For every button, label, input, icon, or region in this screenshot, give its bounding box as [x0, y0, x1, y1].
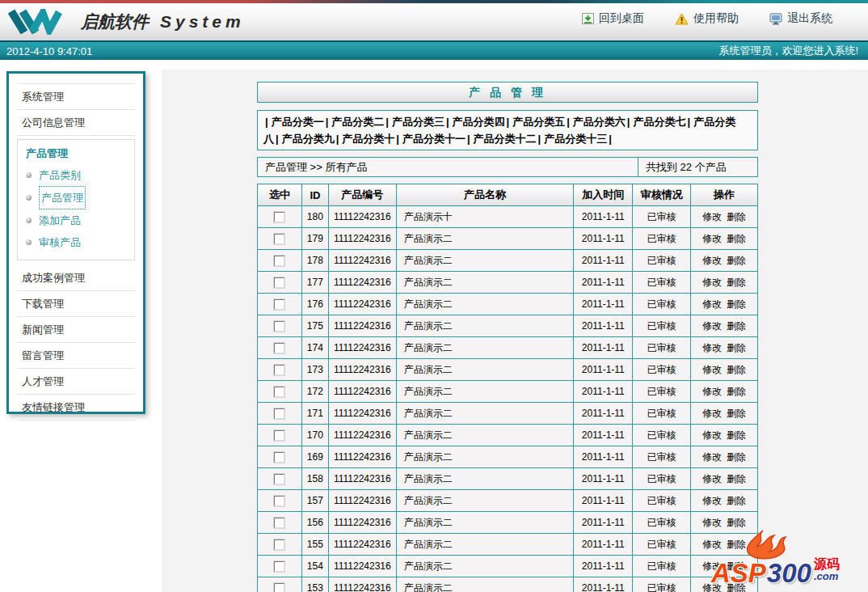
edit-link[interactable]: 修改 — [702, 298, 722, 310]
cell-name: 产品演示二 — [396, 425, 574, 446]
row-checkbox[interactable] — [274, 234, 284, 244]
sidebar-subitem[interactable]: 添加产品 — [26, 209, 128, 231]
row-checkbox[interactable] — [274, 408, 284, 419]
sidebar-item[interactable]: 下载管理 — [17, 291, 135, 317]
sidebar-subitem[interactable]: 产品管理 — [26, 186, 128, 209]
sidebar-group-title[interactable]: 产品管理 — [26, 143, 128, 164]
cell-name: 产品演示二 — [396, 403, 574, 425]
row-checkbox[interactable] — [274, 452, 284, 463]
row-checkbox[interactable] — [274, 539, 284, 550]
sidebar-item[interactable]: 人才管理 — [17, 369, 135, 395]
cell-code: 11112242316 — [328, 403, 396, 425]
edit-link[interactable]: 修改 — [702, 451, 722, 463]
sidebar-item[interactable]: 新闻管理 — [17, 317, 135, 343]
category-link[interactable]: 产品分类六 — [573, 116, 626, 128]
row-checkbox[interactable] — [274, 518, 284, 528]
delete-link[interactable]: 删除 — [727, 386, 746, 397]
edit-link[interactable]: 修改 — [702, 386, 722, 397]
delete-link[interactable]: 删除 — [727, 342, 746, 353]
delete-link[interactable]: 删除 — [727, 211, 746, 222]
delete-link[interactable]: 删除 — [727, 320, 746, 332]
sidebar-subitem[interactable]: 产品类别 — [26, 164, 128, 186]
row-checkbox[interactable] — [274, 299, 284, 310]
edit-link[interactable]: 修改 — [702, 364, 722, 375]
delete-link[interactable]: 删除 — [727, 277, 746, 288]
delete-link[interactable]: 删除 — [727, 255, 746, 266]
row-checkbox[interactable] — [274, 277, 284, 288]
logo-suffix: System — [160, 12, 245, 32]
delete-link[interactable]: 删除 — [727, 473, 746, 484]
cell-select — [258, 425, 302, 446]
cell-status: 已审核 — [633, 556, 691, 577]
edit-link[interactable]: 修改 — [702, 517, 722, 528]
category-link[interactable]: 产品分类三 — [392, 116, 445, 128]
delete-link[interactable]: 删除 — [727, 408, 746, 419]
edit-link[interactable]: 修改 — [702, 320, 722, 332]
sidebar-subitem[interactable]: 审核产品 — [26, 231, 128, 253]
sidebar-item[interactable]: 成功案例管理 — [17, 265, 135, 291]
edit-link[interactable]: 修改 — [702, 255, 722, 266]
help-link[interactable]: 使用帮助 — [675, 11, 739, 26]
row-checkbox[interactable] — [274, 387, 284, 397]
edit-link[interactable]: 修改 — [702, 342, 722, 353]
edit-link[interactable]: 修改 — [702, 233, 722, 244]
edit-link[interactable]: 修改 — [702, 495, 722, 506]
sidebar-subitem-link[interactable]: 产品管理 — [39, 186, 86, 209]
edit-link[interactable]: 修改 — [702, 473, 722, 484]
sidebar-item[interactable]: 友情链接管理 — [17, 395, 135, 421]
cell-date: 2011-1-11 — [574, 250, 633, 272]
cell-select — [258, 446, 302, 468]
category-link[interactable]: 产品分类九 — [282, 133, 335, 145]
row-checkbox[interactable] — [274, 343, 284, 353]
row-checkbox[interactable] — [274, 496, 284, 506]
desktop-link[interactable]: 回到桌面 — [582, 11, 644, 26]
category-link[interactable]: 产品分类十二 — [474, 133, 537, 145]
edit-link[interactable]: 修改 — [702, 429, 722, 441]
sidebar-subitem-link[interactable]: 审核产品 — [39, 231, 81, 253]
cell-select — [258, 359, 302, 381]
sidebar-item[interactable]: 系统管理 — [17, 83, 135, 110]
delete-link[interactable]: 删除 — [727, 429, 746, 441]
cell-id: 173 — [301, 359, 328, 381]
sidebar-subitem-link[interactable]: 产品类别 — [39, 164, 81, 186]
row-checkbox[interactable] — [274, 474, 284, 484]
category-link[interactable]: 产品分类五 — [512, 116, 565, 128]
row-checkbox[interactable] — [274, 212, 284, 222]
sidebar-item[interactable]: 留言管理 — [17, 343, 135, 369]
cell-name: 产品演示二 — [396, 490, 574, 512]
category-link[interactable]: 产品分类一 — [272, 116, 324, 128]
edit-link[interactable]: 修改 — [702, 211, 722, 222]
delete-link[interactable]: 删除 — [727, 517, 746, 528]
category-link[interactable]: 产品分类十三 — [544, 133, 607, 145]
row-checkbox[interactable] — [274, 321, 284, 332]
sidebar-subitem-link[interactable]: 添加产品 — [39, 209, 81, 231]
category-link[interactable]: 产品分类四 — [453, 116, 505, 128]
cell-code: 11112242316 — [328, 206, 396, 228]
row-checkbox[interactable] — [274, 430, 284, 441]
app-header: 启航软件 System 回到桌面 使用帮助 — [0, 3, 868, 40]
category-link[interactable]: 产品分类七 — [633, 116, 685, 128]
cell-status: 已审核 — [633, 403, 691, 425]
pipe-separator: | — [627, 116, 630, 128]
cell-actions: 修改删除 — [691, 381, 758, 403]
row-checkbox[interactable] — [274, 365, 284, 375]
logout-link[interactable]: 退出系统 — [769, 11, 832, 26]
edit-link[interactable]: 修改 — [702, 277, 722, 288]
row-checkbox[interactable] — [274, 583, 284, 592]
delete-link[interactable]: 删除 — [727, 298, 746, 310]
delete-link[interactable]: 删除 — [727, 364, 746, 375]
delete-link[interactable]: 删除 — [727, 495, 746, 506]
row-checkbox[interactable] — [274, 256, 284, 266]
cell-date: 2011-1-11 — [574, 228, 633, 250]
delete-link[interactable]: 删除 — [727, 451, 746, 463]
cell-actions: 修改删除 — [691, 294, 758, 315]
category-link[interactable]: 产品分类十 — [342, 133, 394, 145]
row-checkbox[interactable] — [274, 561, 284, 572]
table-row: 17511112242316产品演示二2011-1-11已审核修改删除 — [258, 315, 758, 337]
asp300-watermark: ASP300 源码 .com — [711, 534, 865, 590]
edit-link[interactable]: 修改 — [702, 408, 722, 419]
category-link[interactable]: 产品分类二 — [331, 116, 384, 128]
sidebar-item[interactable]: 公司信息管理 — [17, 110, 135, 136]
category-link[interactable]: 产品分类十一 — [402, 133, 466, 145]
delete-link[interactable]: 删除 — [727, 233, 746, 244]
